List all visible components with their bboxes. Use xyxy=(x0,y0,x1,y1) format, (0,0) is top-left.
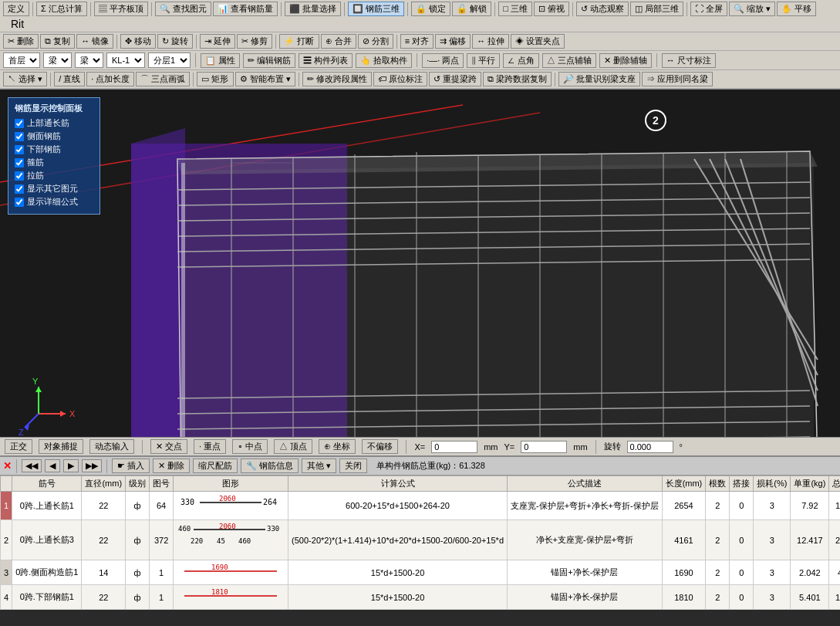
btn-offset[interactable]: ⇉ 偏移 xyxy=(435,34,471,49)
table-row[interactable]: 2 0跨.上通长筋3 22 ф 372 460 2060 330 220 xyxy=(1,520,841,560)
btn-set-grip[interactable]: ◈ 设置夹点 xyxy=(511,34,565,49)
btn-orthogonal[interactable]: 正交 xyxy=(5,439,32,454)
select-subtype[interactable]: 梁 xyxy=(75,52,103,68)
btn-view-rebar[interactable]: 📊 查看钢筋量 xyxy=(213,2,278,16)
select-floor[interactable]: 首层 xyxy=(3,52,40,68)
btn-rebar-info[interactable]: 🔧 钢筋信息 xyxy=(241,459,299,473)
btn-close[interactable]: 关闭 xyxy=(339,459,367,473)
btn-lock[interactable]: 🔒 锁定 xyxy=(411,2,450,16)
select-type[interactable]: 梁 xyxy=(43,52,72,68)
btn-del-row[interactable]: ✕ 删除 xyxy=(153,459,190,473)
btn-select[interactable]: ↖ 选择 ▾ xyxy=(3,72,47,86)
btn-rect[interactable]: ▭ 矩形 xyxy=(197,72,233,86)
btn-split[interactable]: ⊘ 分割 xyxy=(358,34,393,49)
btn-parallel[interactable]: ∥ 平行 xyxy=(467,53,500,68)
btn-property[interactable]: 📋 属性 xyxy=(201,53,240,68)
btn-endpoint[interactable]: ∙ 重点 xyxy=(194,439,226,454)
btn-align-top[interactable]: ▤ 平齐板顶 xyxy=(94,2,148,16)
checkbox-side-rebar[interactable] xyxy=(15,132,24,141)
btn-smart-place[interactable]: ⚙ 智能布置 ▾ xyxy=(235,72,295,86)
table-row[interactable]: 4 0跨.下部钢筋1 22 ф 1 1810 15*d+1500-20 锚固+净… xyxy=(1,585,841,610)
select-id[interactable]: KL-1 xyxy=(106,52,145,68)
btn-break[interactable]: ⚡ 打断 xyxy=(279,34,319,49)
checkbox-bottom-rebar[interactable] xyxy=(15,145,24,154)
btn-delete[interactable]: ✂ 删除 xyxy=(3,34,39,49)
btn-other[interactable]: 其他 ▾ xyxy=(302,459,336,473)
btn-find-element[interactable]: 🔍 查找图元 xyxy=(155,2,211,16)
btn-re-extract-span[interactable]: ↺ 重提梁跨 xyxy=(429,72,481,86)
btn-3d[interactable]: □ 三维 xyxy=(498,2,532,16)
x-input[interactable] xyxy=(431,441,477,453)
btn-zoom[interactable]: 🔍 缩放 ▾ xyxy=(729,2,775,16)
close-panel-btn[interactable]: ✕ xyxy=(3,460,12,472)
viewport[interactable]: 2 X Y Z 钢筋显示控制面板 上部通长筋 侧面钢筋 xyxy=(0,90,840,437)
steel-panel-item-3[interactable]: 下部钢筋 xyxy=(15,144,93,155)
btn-batch-identify[interactable]: 🔎 批量识别梁支座 xyxy=(558,72,640,86)
btn-apply-same[interactable]: ⇒ 应用到同名梁 xyxy=(642,72,713,86)
btn-dynamic-input[interactable]: 动态输入 xyxy=(89,439,134,454)
rotate-input[interactable] xyxy=(627,441,673,453)
btn-unlock[interactable]: 🔓 解锁 xyxy=(452,2,491,16)
select-layer[interactable]: 分层1 xyxy=(148,52,191,68)
btn-batch-select[interactable]: ⬛ 批量选择 xyxy=(285,2,341,16)
steel-panel-item-2[interactable]: 侧面钢筋 xyxy=(15,130,93,142)
checkbox-other[interactable] xyxy=(15,184,24,194)
btn-top-view[interactable]: ⊡ 俯视 xyxy=(534,2,569,16)
nav-last[interactable]: ▶▶ xyxy=(82,459,102,472)
checkbox-detail[interactable] xyxy=(15,198,24,207)
btn-pan[interactable]: ✋ 平移 xyxy=(777,2,816,16)
steel-panel-item-7[interactable]: 显示详细公式 xyxy=(15,196,93,208)
steel-panel-item-5[interactable]: 拉筋 xyxy=(15,170,93,181)
checkbox-tie[interactable] xyxy=(15,171,24,181)
btn-move[interactable]: ✥ 移动 xyxy=(120,34,156,49)
cell-tag-3: 0跨.侧面构造筋1 xyxy=(12,560,82,585)
nav-prev[interactable]: ◀ xyxy=(45,459,60,472)
btn-three-point-axis[interactable]: △ 三点辅轴 xyxy=(542,53,596,68)
btn-copy-span-data[interactable]: ⧉ 梁跨数据复制 xyxy=(483,72,552,86)
btn-modify-span[interactable]: ✏ 修改跨段属性 xyxy=(302,72,372,86)
btn-trim[interactable]: ✂ 修剪 xyxy=(237,34,272,49)
btn-dimension[interactable]: ↔ 尺寸标注 xyxy=(662,53,716,68)
btn-fullscreen[interactable]: ⛶ 全屏 xyxy=(690,2,727,16)
nav-first[interactable]: ◀◀ xyxy=(22,459,42,472)
btn-line[interactable]: / 直线 xyxy=(54,72,85,86)
btn-copy[interactable]: ⧉ 复制 xyxy=(40,34,75,49)
btn-edit-rebar[interactable]: ✏ 编辑钢筋 xyxy=(243,53,295,68)
table-row[interactable]: 3 0跨.侧面构造筋1 14 ф 1 1690 15*d+1500-20 锚固+… xyxy=(1,560,841,585)
btn-dynamic-observe[interactable]: ↺ 动态观察 xyxy=(576,2,629,16)
btn-local-3d[interactable]: ◫ 局部三维 xyxy=(630,2,683,16)
steel-panel-item-1[interactable]: 上部通长筋 xyxy=(15,117,93,129)
btn-coord[interactable]: ⊕ 坐标 xyxy=(319,439,356,454)
checkbox-stirrup[interactable] xyxy=(15,158,24,167)
btn-component-list[interactable]: ☰ 构件列表 xyxy=(299,53,353,68)
nav-next[interactable]: ▶ xyxy=(63,459,79,472)
btn-midpoint[interactable]: ∘ 中点 xyxy=(232,439,268,454)
btn-calc[interactable]: Σ 汇总计算 xyxy=(36,2,87,16)
btn-two-points[interactable]: ∙—∙ 两点 xyxy=(422,53,464,68)
checkbox-top-long[interactable] xyxy=(15,119,24,128)
table-row[interactable]: 1 0跨.上通长筋1 22 ф 64 330 2060 264 600-20+1… xyxy=(1,492,841,520)
btn-no-offset[interactable]: 不偏移 xyxy=(362,439,398,454)
btn-rotate[interactable]: ↻ 旋转 xyxy=(157,34,193,49)
btn-align[interactable]: ≡ 对齐 xyxy=(400,34,433,49)
btn-object-snap[interactable]: 对象捕捉 xyxy=(39,439,83,454)
btn-three-arc[interactable]: ⌒ 三点画弧 xyxy=(136,72,190,86)
btn-vertex[interactable]: △ 顶点 xyxy=(274,439,312,454)
btn-mirror[interactable]: ↔ 镜像 xyxy=(76,34,113,49)
btn-define[interactable]: 定义 xyxy=(3,2,29,16)
btn-del-axis[interactable]: ✕ 删除辅轴 xyxy=(599,53,652,68)
steel-panel-item-6[interactable]: 显示其它图元 xyxy=(15,183,93,195)
btn-inplace-label[interactable]: 🏷 原位标注 xyxy=(373,72,427,86)
y-input[interactable] xyxy=(521,441,567,453)
btn-rebar-3d[interactable]: 🔲 钢筋三维 xyxy=(348,2,404,16)
btn-extend[interactable]: ⇥ 延伸 xyxy=(200,34,235,49)
btn-scale-rebar[interactable]: 缩尺配筋 xyxy=(193,459,238,473)
steel-panel-item-4[interactable]: 箍筋 xyxy=(15,157,93,168)
btn-pick-component[interactable]: 👆 拾取构件 xyxy=(356,53,412,68)
btn-intersection[interactable]: ✕ 交点 xyxy=(150,439,187,454)
btn-merge[interactable]: ⊕ 合并 xyxy=(321,34,356,49)
btn-insert[interactable]: ☛ 插入 xyxy=(112,459,150,473)
btn-stretch[interactable]: ↔ 拉伸 xyxy=(472,34,509,49)
btn-add-length[interactable]: ∙ 点加长度 xyxy=(86,72,134,86)
btn-point-angle[interactable]: ∠ 点角 xyxy=(503,53,538,68)
